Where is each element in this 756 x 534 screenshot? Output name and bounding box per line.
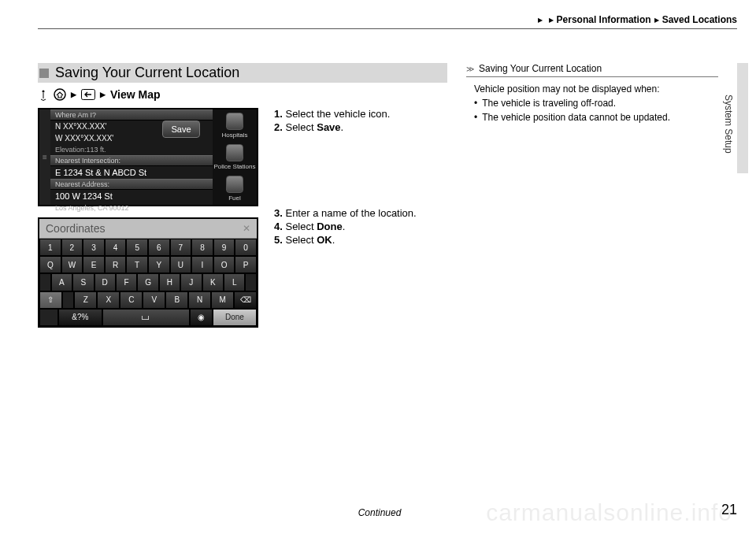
key-g[interactable]: G bbox=[137, 273, 158, 291]
key-q[interactable]: Q bbox=[39, 256, 61, 273]
page-footer: Continued 21 bbox=[38, 502, 737, 518]
key-8[interactable]: 8 bbox=[191, 239, 213, 256]
backspace-key[interactable]: ⌫ bbox=[234, 291, 257, 309]
key-u[interactable]: U bbox=[170, 256, 192, 273]
header-breadcrumb-2: Saved Locations bbox=[662, 14, 737, 25]
page-header: ▶ ▶ Personal Information ▶ Saved Locatio… bbox=[38, 14, 737, 29]
key-9[interactable]: 9 bbox=[213, 239, 235, 256]
bullet-text: The vehicle is traveling off-road. bbox=[482, 96, 616, 110]
key-v[interactable]: V bbox=[143, 291, 165, 309]
key-a[interactable]: A bbox=[51, 273, 72, 291]
note-bullet-1: •The vehicle is traveling off-road. bbox=[474, 96, 718, 110]
step-bold: OK bbox=[317, 234, 332, 246]
kb-row-4: ⇧ Z X C V B N M ⌫ bbox=[39, 291, 257, 309]
mic-key[interactable]: ◉ bbox=[190, 309, 213, 326]
key-h[interactable]: H bbox=[159, 273, 180, 291]
key-x[interactable]: X bbox=[97, 291, 120, 309]
back-icon bbox=[81, 89, 95, 100]
breadcrumb-arrow-icon: ▶ bbox=[549, 17, 554, 24]
key-w[interactable]: W bbox=[61, 256, 83, 273]
step-3: 3. Enter a name of the location. bbox=[274, 207, 447, 219]
step-text: Select bbox=[285, 234, 317, 246]
kb-spacer bbox=[245, 273, 257, 291]
kb-row-1: 1 2 3 4 5 6 7 8 9 0 bbox=[39, 239, 257, 256]
home-icon bbox=[54, 88, 66, 101]
ss1-address-1: 100 W 1234 St bbox=[50, 190, 213, 202]
ss1-side-label-0: Hospitals bbox=[222, 132, 248, 139]
note-chevron-icon: ≫ bbox=[466, 65, 474, 73]
hospital-icon bbox=[226, 113, 243, 130]
step-text: Select the vehicle icon. bbox=[285, 108, 390, 120]
ss1-elevation: Elevation:113 ft. bbox=[50, 144, 213, 155]
fuel-button[interactable]: Fuel bbox=[226, 176, 243, 202]
note-body: Vehicle position may not be displayed wh… bbox=[466, 82, 718, 124]
key-l[interactable]: L bbox=[224, 273, 245, 291]
key-3[interactable]: 3 bbox=[83, 239, 105, 256]
nav-path-end: View Map bbox=[110, 88, 161, 101]
step-num: 3. bbox=[274, 207, 283, 219]
key-t[interactable]: T bbox=[126, 256, 148, 273]
kb-row-3: A S D F G H J K L bbox=[39, 273, 257, 291]
police-icon bbox=[226, 144, 243, 161]
key-f[interactable]: F bbox=[116, 273, 137, 291]
on-screen-keyboard: 1 2 3 4 5 6 7 8 9 0 Q bbox=[39, 239, 257, 326]
key-i[interactable]: I bbox=[191, 256, 213, 273]
section-side-label: System Setup bbox=[723, 95, 734, 154]
key-m[interactable]: M bbox=[211, 291, 234, 309]
menu-strip-icon: ≡ bbox=[39, 109, 50, 205]
step-text-post: . bbox=[341, 121, 344, 133]
ss1-label-address: Nearest Address: bbox=[50, 179, 213, 190]
step-num: 4. bbox=[274, 221, 283, 232]
hospitals-button[interactable]: Hospitals bbox=[222, 113, 248, 139]
bullet-text: The vehicle position data cannot be upda… bbox=[482, 110, 670, 124]
screenshot-where-am-i: ≡ Where Am I? N XX°XX.XXX' W XXX°XX.XXX'… bbox=[38, 108, 258, 206]
space-key[interactable]: ⌴ bbox=[102, 309, 190, 326]
kb-row-5: &?% ⌴ ◉ Done bbox=[39, 309, 257, 326]
breadcrumb-arrow-icon: ▶ bbox=[654, 17, 659, 24]
step-block-1: ≡ Where Am I? N XX°XX.XXX' W XXX°XX.XXX'… bbox=[38, 108, 447, 206]
key-k[interactable]: K bbox=[202, 273, 224, 291]
close-icon[interactable]: ✕ bbox=[243, 223, 250, 234]
main-content: Saving Your Current Location ▶ ▶ View Ma… bbox=[38, 63, 447, 328]
key-n[interactable]: N bbox=[188, 291, 211, 309]
kb-row-2: Q W E R T Y U I O P bbox=[39, 256, 257, 273]
key-7[interactable]: 7 bbox=[170, 239, 192, 256]
step-block-2: Coordinates ✕ 1 2 3 4 5 6 7 8 bbox=[38, 206, 447, 328]
ss1-title: Where Am I? bbox=[50, 109, 213, 121]
key-6[interactable]: 6 bbox=[148, 239, 170, 256]
key-c[interactable]: C bbox=[120, 291, 143, 309]
step-num: 5. bbox=[274, 234, 283, 246]
key-e[interactable]: E bbox=[83, 256, 105, 273]
step-bold: Save bbox=[317, 121, 340, 133]
note-title: ≫ Saving Your Current Location bbox=[466, 63, 718, 77]
step-num: 2. bbox=[274, 121, 283, 133]
police-button[interactable]: Police Stations bbox=[214, 144, 256, 170]
symbols-key[interactable]: &?% bbox=[58, 309, 102, 326]
key-2[interactable]: 2 bbox=[61, 239, 83, 256]
svg-point-1 bbox=[54, 89, 65, 100]
key-r[interactable]: R bbox=[105, 256, 127, 273]
key-5[interactable]: 5 bbox=[126, 239, 148, 256]
save-button[interactable]: Save bbox=[162, 121, 200, 138]
key-p[interactable]: P bbox=[235, 256, 257, 273]
key-4[interactable]: 4 bbox=[105, 239, 127, 256]
key-o[interactable]: O bbox=[213, 256, 235, 273]
device-screenshot-1: ≡ Where Am I? N XX°XX.XXX' W XXX°XX.XXX'… bbox=[38, 108, 258, 206]
done-key[interactable]: Done bbox=[213, 309, 257, 326]
key-j[interactable]: J bbox=[180, 273, 202, 291]
step-text: Select bbox=[285, 121, 317, 133]
key-1[interactable]: 1 bbox=[39, 239, 61, 256]
ss1-label-intersection: Nearest Intersection: bbox=[50, 155, 213, 166]
key-0[interactable]: 0 bbox=[235, 239, 257, 256]
shift-key[interactable]: ⇧ bbox=[39, 291, 62, 309]
key-d[interactable]: D bbox=[94, 273, 116, 291]
step-num: 1. bbox=[274, 108, 283, 120]
key-y[interactable]: Y bbox=[148, 256, 170, 273]
text-input[interactable]: Coordinates ✕ bbox=[39, 219, 257, 239]
key-b[interactable]: B bbox=[165, 291, 188, 309]
step-text: Enter a name of the location. bbox=[285, 207, 416, 219]
key-z[interactable]: Z bbox=[74, 291, 97, 309]
key-s[interactable]: S bbox=[72, 273, 94, 291]
page-number: 21 bbox=[721, 502, 737, 518]
breadcrumb-arrow-icon: ▶ bbox=[538, 17, 543, 24]
